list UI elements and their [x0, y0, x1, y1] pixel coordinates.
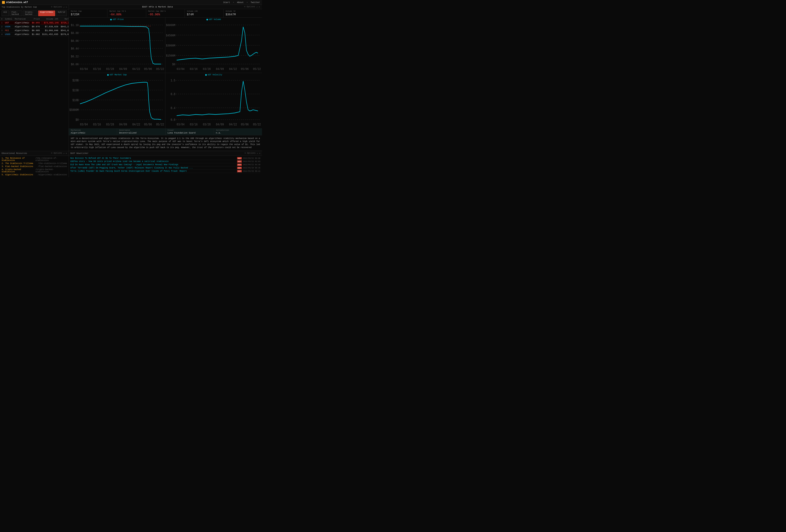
- svg-text:05/06: 05/06: [241, 67, 249, 71]
- svg-text:04/09: 04/09: [216, 67, 224, 71]
- nav-links: Start • About • Twitter: [223, 1, 260, 4]
- kpi-close-icon[interactable]: ✕: [259, 6, 260, 8]
- edu-link[interactable]: 3. Fiat-backed Stablecoins: [2, 165, 33, 168]
- edu-link[interactable]: 5. Algorithmic Stablecoins: [2, 174, 33, 176]
- info-label: Jurisdiction: [216, 129, 260, 131]
- edu-controls: ≡ Options ↗ ✕: [51, 152, 67, 154]
- stablecoins-table: # Symbol Mechanism Price Volume 24h Mark…: [0, 17, 69, 37]
- velocity-chart-title: UST Velocity: [166, 74, 261, 76]
- left-close-icon[interactable]: ✕: [66, 6, 67, 8]
- cell-volume: $73,993,146: [41, 21, 60, 25]
- svg-text:04/22: 04/22: [133, 67, 140, 71]
- edu-link[interactable]: 1. The Relevance of Stablecoins: [2, 157, 36, 162]
- svg-text:03/28: 03/28: [203, 67, 211, 71]
- tab-hybrid[interactable]: Hybrid: [56, 10, 67, 16]
- volume-chart-panel: UST Volume $6000M $4500M $3000M $1500M $…: [165, 18, 262, 73]
- svg-text:03/04: 03/04: [177, 123, 185, 126]
- edu-path: /the-relevance-of-stablecoins: [36, 157, 67, 162]
- cell-mechanism: Algorithmic: [14, 21, 31, 25]
- tab-crypto-backed[interactable]: Crypto-backed: [23, 10, 38, 16]
- cell-price: $0.995: [30, 29, 41, 32]
- volume-chart-svg: $6000M $4500M $3000M $1500M $0 03/04 03/…: [166, 21, 261, 72]
- kpi-expand-icon[interactable]: ↗: [256, 6, 258, 8]
- nav-about[interactable]: About: [237, 1, 244, 4]
- svg-text:05/06: 05/06: [144, 67, 152, 71]
- svg-text:$0: $0: [172, 63, 176, 66]
- edu-close-icon[interactable]: ✕: [66, 152, 67, 154]
- svg-text:$6000M: $6000M: [166, 23, 175, 27]
- info-label: Issuer: [168, 129, 212, 131]
- news-link[interactable]: Terra (LUNA) Founder Do Kwon Facing Sout…: [70, 170, 236, 172]
- charts-grid: UST Price $1.10 $0.88 $0.66: [69, 18, 262, 128]
- table-row[interactable]: 2 USDN Algorithmic $0.976 $7,639,928 $84…: [0, 25, 69, 29]
- table-row[interactable]: 4 USDD Algorithmic $1.002 $131,452,035 $…: [0, 32, 69, 37]
- left-expand-icon[interactable]: ↗: [63, 6, 65, 8]
- tab-algorithmic[interactable]: Algorithmic: [38, 10, 55, 16]
- cell-num: 4: [0, 32, 4, 37]
- info-cards: Mechanism Algorithmic Governance Decentr…: [69, 128, 262, 135]
- table-row[interactable]: 1 UST Algorithmic $0.055 $73,993,146 $72…: [0, 21, 69, 25]
- cell-num: 1: [0, 21, 4, 25]
- svg-text:05/06: 05/06: [241, 123, 249, 126]
- kpi-label: Volume 24h: [187, 10, 221, 12]
- info-card: Issuer Luna Foundation Guard: [166, 128, 214, 135]
- edu-expand-icon[interactable]: ↗: [63, 152, 65, 154]
- svg-text:05/22: 05/22: [253, 67, 261, 71]
- cell-num: 3: [0, 29, 4, 32]
- edu-options-button[interactable]: ≡ Options: [51, 152, 62, 154]
- edu-path: /algorithmic-stablecoins: [38, 174, 67, 176]
- tab-all[interactable]: All: [2, 10, 9, 16]
- velocity-chart-panel: UST Velocity 1.5 0.8 0.4 0.0 03/04 03/16…: [165, 73, 262, 128]
- kpi-value: $725M: [71, 13, 105, 16]
- edu-link[interactable]: 2. The Stablecoin Trillema: [2, 162, 33, 165]
- edu-path: /the-stablecoin-trillema: [38, 162, 67, 165]
- nav-twitter[interactable]: Twitter: [251, 1, 260, 4]
- news-link[interactable]: Did Do Kwon Know The LUNA and UST Crash …: [70, 164, 236, 166]
- news-header: $UST Newsticker ≡ Options ↗ ✕: [69, 151, 262, 156]
- news-controls: ≡ Options ↗ ✕: [245, 152, 260, 154]
- news-list: Nox Bitcoin To Refund UST At $1 To Their…: [69, 156, 262, 177]
- edu-link[interactable]: 4. Crypto-backed Stablecoins: [2, 168, 36, 173]
- kpi-label: Market Cap 30d %: [148, 10, 183, 12]
- kpi-label: Market Cap 7d %: [109, 10, 144, 12]
- tab-fiat-backed[interactable]: Fiat-backed: [10, 10, 22, 16]
- nav-start[interactable]: Start: [223, 1, 230, 4]
- svg-text:05/22: 05/22: [156, 123, 164, 126]
- svg-text:$5000M: $5000M: [70, 108, 79, 112]
- table-row[interactable]: 3 FEI Algorithmic $0.995 $3,066,048 $541…: [0, 29, 69, 32]
- news-item: Terra (LUNA) Founder Do Kwon Facing Sout…: [70, 170, 260, 173]
- svg-text:03/04: 03/04: [80, 123, 88, 126]
- info-value: Luna Foundation Guard: [168, 132, 212, 134]
- edu-header: Educational Resources ≡ Options ↗ ✕: [0, 151, 69, 156]
- news-options-button[interactable]: ≡ Options: [245, 152, 256, 154]
- news-link[interactable]: After TerraUSD (UST) De-Pegging Scare, T…: [70, 167, 236, 169]
- cell-mcap: $842,297,955: [60, 25, 69, 29]
- news-close-icon[interactable]: ✕: [259, 152, 260, 154]
- svg-text:$0.22: $0.22: [71, 55, 79, 58]
- news-link[interactable]: Nox Bitcoin To Refund UST At $1 To Their…: [70, 157, 236, 159]
- cell-mechanism: Algorithmic: [14, 32, 31, 37]
- svg-text:$10B: $10B: [72, 99, 79, 102]
- svg-text:03/28: 03/28: [106, 67, 114, 71]
- news-date: 2022/05/22 06:00: [243, 158, 260, 159]
- left-options-button[interactable]: ≡ Options: [51, 6, 62, 8]
- cell-mcap: $725,364,518: [60, 21, 69, 25]
- edu-item: 4. Crypto-backed Stablecoins /crypto-bac…: [2, 168, 67, 173]
- kpi-card: Market Cap 7d % -64.80%: [107, 9, 146, 17]
- news-link[interactable]: USDTea story - how 99 cents priced AriZo…: [70, 160, 236, 163]
- news-hot-badge: HOT: [237, 167, 241, 169]
- news-hot-badge: HOT: [237, 164, 241, 166]
- left-panel-title: Top Stablecoins by Market Cap: [2, 6, 37, 8]
- logo-text: stablecoins.wtf: [6, 1, 28, 4]
- volume-chart-dot: [206, 19, 208, 20]
- col-mechanism: Mechanism: [14, 17, 31, 21]
- kpi-options-button[interactable]: ≡ Options: [244, 6, 255, 8]
- svg-text:05/06: 05/06: [144, 123, 152, 126]
- news-hot-badge: HOT: [237, 170, 241, 172]
- kpi-value: $3647M: [226, 13, 260, 16]
- news-expand-icon[interactable]: ↗: [257, 152, 258, 154]
- svg-text:$3000M: $3000M: [166, 44, 175, 47]
- edu-path: /crypto-backed-stablecoins: [36, 168, 67, 173]
- svg-text:$0.06: $0.06: [71, 63, 79, 66]
- price-chart-dot: [110, 19, 112, 20]
